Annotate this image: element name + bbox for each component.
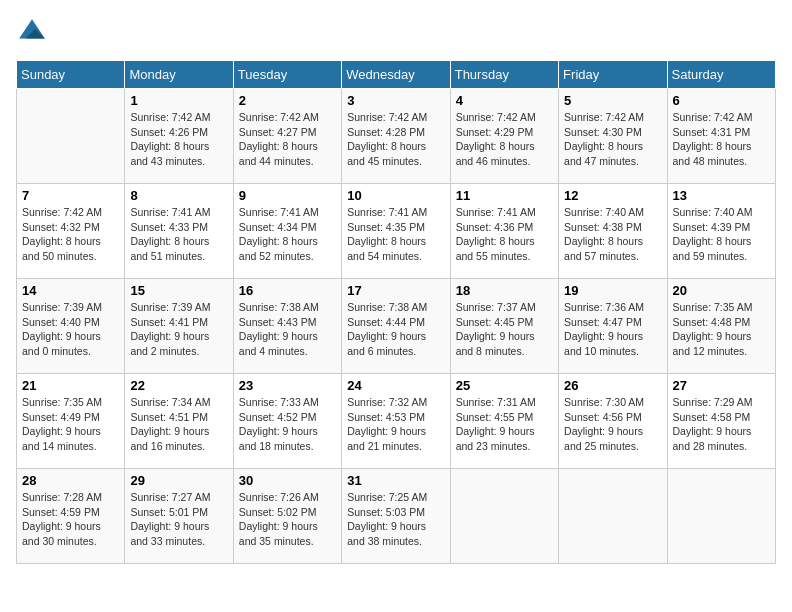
cell-info: Sunrise: 7:42 AMSunset: 4:31 PMDaylight:… xyxy=(673,110,770,169)
calendar-cell: 4Sunrise: 7:42 AMSunset: 4:29 PMDaylight… xyxy=(450,89,558,184)
calendar-cell: 21Sunrise: 7:35 AMSunset: 4:49 PMDayligh… xyxy=(17,374,125,469)
calendar-cell xyxy=(17,89,125,184)
day-number: 7 xyxy=(22,188,119,203)
calendar-week-row: 7Sunrise: 7:42 AMSunset: 4:32 PMDaylight… xyxy=(17,184,776,279)
calendar-cell: 24Sunrise: 7:32 AMSunset: 4:53 PMDayligh… xyxy=(342,374,450,469)
day-number: 23 xyxy=(239,378,336,393)
cell-info: Sunrise: 7:29 AMSunset: 4:58 PMDaylight:… xyxy=(673,395,770,454)
calendar-cell: 22Sunrise: 7:34 AMSunset: 4:51 PMDayligh… xyxy=(125,374,233,469)
day-number: 19 xyxy=(564,283,661,298)
calendar-cell: 6Sunrise: 7:42 AMSunset: 4:31 PMDaylight… xyxy=(667,89,775,184)
day-number: 1 xyxy=(130,93,227,108)
calendar-cell: 1Sunrise: 7:42 AMSunset: 4:26 PMDaylight… xyxy=(125,89,233,184)
day-number: 24 xyxy=(347,378,444,393)
cell-info: Sunrise: 7:26 AMSunset: 5:02 PMDaylight:… xyxy=(239,490,336,549)
day-number: 20 xyxy=(673,283,770,298)
cell-info: Sunrise: 7:42 AMSunset: 4:29 PMDaylight:… xyxy=(456,110,553,169)
header-day-saturday: Saturday xyxy=(667,61,775,89)
header-day-friday: Friday xyxy=(559,61,667,89)
day-number: 12 xyxy=(564,188,661,203)
day-number: 11 xyxy=(456,188,553,203)
logo-icon xyxy=(16,16,48,48)
calendar-cell: 3Sunrise: 7:42 AMSunset: 4:28 PMDaylight… xyxy=(342,89,450,184)
calendar-cell: 2Sunrise: 7:42 AMSunset: 4:27 PMDaylight… xyxy=(233,89,341,184)
cell-info: Sunrise: 7:31 AMSunset: 4:55 PMDaylight:… xyxy=(456,395,553,454)
cell-info: Sunrise: 7:42 AMSunset: 4:30 PMDaylight:… xyxy=(564,110,661,169)
cell-info: Sunrise: 7:39 AMSunset: 4:41 PMDaylight:… xyxy=(130,300,227,359)
day-number: 5 xyxy=(564,93,661,108)
calendar-week-row: 21Sunrise: 7:35 AMSunset: 4:49 PMDayligh… xyxy=(17,374,776,469)
day-number: 18 xyxy=(456,283,553,298)
calendar-cell: 5Sunrise: 7:42 AMSunset: 4:30 PMDaylight… xyxy=(559,89,667,184)
day-number: 13 xyxy=(673,188,770,203)
page-header xyxy=(16,16,776,48)
day-number: 4 xyxy=(456,93,553,108)
day-number: 9 xyxy=(239,188,336,203)
cell-info: Sunrise: 7:27 AMSunset: 5:01 PMDaylight:… xyxy=(130,490,227,549)
day-number: 6 xyxy=(673,93,770,108)
calendar-cell: 18Sunrise: 7:37 AMSunset: 4:45 PMDayligh… xyxy=(450,279,558,374)
calendar-cell: 23Sunrise: 7:33 AMSunset: 4:52 PMDayligh… xyxy=(233,374,341,469)
calendar-cell xyxy=(450,469,558,564)
cell-info: Sunrise: 7:41 AMSunset: 4:34 PMDaylight:… xyxy=(239,205,336,264)
day-number: 2 xyxy=(239,93,336,108)
day-number: 29 xyxy=(130,473,227,488)
day-number: 10 xyxy=(347,188,444,203)
cell-info: Sunrise: 7:36 AMSunset: 4:47 PMDaylight:… xyxy=(564,300,661,359)
calendar-cell: 27Sunrise: 7:29 AMSunset: 4:58 PMDayligh… xyxy=(667,374,775,469)
calendar-cell: 15Sunrise: 7:39 AMSunset: 4:41 PMDayligh… xyxy=(125,279,233,374)
day-number: 30 xyxy=(239,473,336,488)
cell-info: Sunrise: 7:35 AMSunset: 4:49 PMDaylight:… xyxy=(22,395,119,454)
cell-info: Sunrise: 7:42 AMSunset: 4:28 PMDaylight:… xyxy=(347,110,444,169)
calendar-week-row: 14Sunrise: 7:39 AMSunset: 4:40 PMDayligh… xyxy=(17,279,776,374)
calendar-cell: 9Sunrise: 7:41 AMSunset: 4:34 PMDaylight… xyxy=(233,184,341,279)
day-number: 8 xyxy=(130,188,227,203)
day-number: 25 xyxy=(456,378,553,393)
cell-info: Sunrise: 7:42 AMSunset: 4:27 PMDaylight:… xyxy=(239,110,336,169)
calendar-cell: 14Sunrise: 7:39 AMSunset: 4:40 PMDayligh… xyxy=(17,279,125,374)
day-number: 31 xyxy=(347,473,444,488)
cell-info: Sunrise: 7:41 AMSunset: 4:33 PMDaylight:… xyxy=(130,205,227,264)
calendar-cell: 10Sunrise: 7:41 AMSunset: 4:35 PMDayligh… xyxy=(342,184,450,279)
cell-info: Sunrise: 7:30 AMSunset: 4:56 PMDaylight:… xyxy=(564,395,661,454)
calendar-cell xyxy=(667,469,775,564)
day-number: 14 xyxy=(22,283,119,298)
calendar-cell: 20Sunrise: 7:35 AMSunset: 4:48 PMDayligh… xyxy=(667,279,775,374)
calendar-cell: 25Sunrise: 7:31 AMSunset: 4:55 PMDayligh… xyxy=(450,374,558,469)
cell-info: Sunrise: 7:25 AMSunset: 5:03 PMDaylight:… xyxy=(347,490,444,549)
calendar-cell: 8Sunrise: 7:41 AMSunset: 4:33 PMDaylight… xyxy=(125,184,233,279)
calendar-cell: 13Sunrise: 7:40 AMSunset: 4:39 PMDayligh… xyxy=(667,184,775,279)
day-number: 27 xyxy=(673,378,770,393)
cell-info: Sunrise: 7:39 AMSunset: 4:40 PMDaylight:… xyxy=(22,300,119,359)
day-number: 16 xyxy=(239,283,336,298)
cell-info: Sunrise: 7:41 AMSunset: 4:35 PMDaylight:… xyxy=(347,205,444,264)
calendar-week-row: 28Sunrise: 7:28 AMSunset: 4:59 PMDayligh… xyxy=(17,469,776,564)
calendar-cell: 17Sunrise: 7:38 AMSunset: 4:44 PMDayligh… xyxy=(342,279,450,374)
cell-info: Sunrise: 7:42 AMSunset: 4:32 PMDaylight:… xyxy=(22,205,119,264)
calendar-cell: 7Sunrise: 7:42 AMSunset: 4:32 PMDaylight… xyxy=(17,184,125,279)
cell-info: Sunrise: 7:41 AMSunset: 4:36 PMDaylight:… xyxy=(456,205,553,264)
day-number: 15 xyxy=(130,283,227,298)
calendar-cell: 29Sunrise: 7:27 AMSunset: 5:01 PMDayligh… xyxy=(125,469,233,564)
calendar-cell: 19Sunrise: 7:36 AMSunset: 4:47 PMDayligh… xyxy=(559,279,667,374)
calendar-cell: 12Sunrise: 7:40 AMSunset: 4:38 PMDayligh… xyxy=(559,184,667,279)
cell-info: Sunrise: 7:34 AMSunset: 4:51 PMDaylight:… xyxy=(130,395,227,454)
cell-info: Sunrise: 7:28 AMSunset: 4:59 PMDaylight:… xyxy=(22,490,119,549)
calendar-cell: 26Sunrise: 7:30 AMSunset: 4:56 PMDayligh… xyxy=(559,374,667,469)
cell-info: Sunrise: 7:40 AMSunset: 4:38 PMDaylight:… xyxy=(564,205,661,264)
day-number: 17 xyxy=(347,283,444,298)
calendar-header-row: SundayMondayTuesdayWednesdayThursdayFrid… xyxy=(17,61,776,89)
calendar-cell: 30Sunrise: 7:26 AMSunset: 5:02 PMDayligh… xyxy=(233,469,341,564)
header-day-monday: Monday xyxy=(125,61,233,89)
cell-info: Sunrise: 7:38 AMSunset: 4:44 PMDaylight:… xyxy=(347,300,444,359)
cell-info: Sunrise: 7:40 AMSunset: 4:39 PMDaylight:… xyxy=(673,205,770,264)
calendar-cell: 16Sunrise: 7:38 AMSunset: 4:43 PMDayligh… xyxy=(233,279,341,374)
cell-info: Sunrise: 7:32 AMSunset: 4:53 PMDaylight:… xyxy=(347,395,444,454)
header-day-wednesday: Wednesday xyxy=(342,61,450,89)
day-number: 3 xyxy=(347,93,444,108)
calendar-cell: 28Sunrise: 7:28 AMSunset: 4:59 PMDayligh… xyxy=(17,469,125,564)
cell-info: Sunrise: 7:33 AMSunset: 4:52 PMDaylight:… xyxy=(239,395,336,454)
day-number: 22 xyxy=(130,378,227,393)
header-day-sunday: Sunday xyxy=(17,61,125,89)
cell-info: Sunrise: 7:37 AMSunset: 4:45 PMDaylight:… xyxy=(456,300,553,359)
